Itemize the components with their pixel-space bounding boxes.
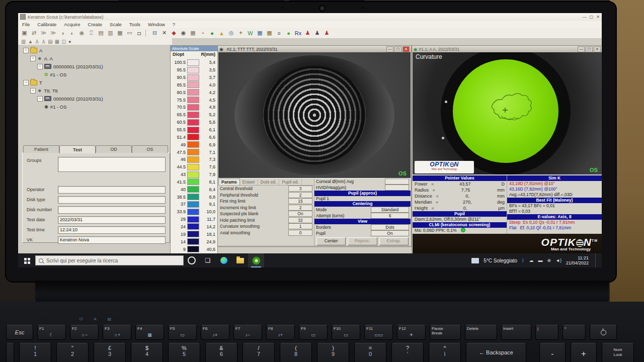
tree-item-ttt-ttt[interactable]: −☻Ttt. Ttt <box>20 86 168 95</box>
toolbar-icon-22[interactable]: ◎ <box>227 29 235 37</box>
start-button[interactable] <box>18 253 35 267</box>
close-button[interactable]: ✕ <box>596 15 600 19</box>
field-test-time[interactable]: 12:24:10 <box>58 226 166 234</box>
minimize-button[interactable]: — <box>386 46 393 52</box>
toolbar-icon-25[interactable]: ▦ <box>256 29 264 37</box>
toolbar-icon-6[interactable]: ◉ <box>77 29 86 37</box>
close-button[interactable]: ✕ <box>594 46 601 52</box>
show-desktop-button[interactable] <box>595 253 598 267</box>
edge-button[interactable] <box>216 253 232 267</box>
toolbar-icon-4[interactable]: ◑ <box>58 29 67 37</box>
toolbar-icon-8[interactable]: ▤ <box>97 29 105 37</box>
tree-expand-box[interactable]: − <box>23 48 29 53</box>
tab-os[interactable]: OS <box>132 145 168 153</box>
params-tab-eraser[interactable]: Eraser <box>240 179 258 185</box>
borders-value[interactable]: Dots <box>371 224 409 230</box>
param-value[interactable]: 32 <box>288 217 312 223</box>
toolbar-icon-0[interactable]: ▣ <box>20 29 29 37</box>
toolbar-icon-29[interactable]: Rx <box>294 29 302 37</box>
toolbar-icon-17[interactable]: ◉ <box>179 29 188 37</box>
pupil-view-value[interactable]: On <box>371 230 409 236</box>
menu-help[interactable]: ? <box>173 22 175 27</box>
toolbar-icon-10[interactable]: ▦ <box>116 29 124 37</box>
menu-scale[interactable]: Scale <box>110 22 122 27</box>
bluetooth-icon[interactable]: ᛒ <box>522 258 524 263</box>
field-disk-type[interactable] <box>58 196 166 204</box>
toolbar-icon-1[interactable]: ⇄ <box>30 29 38 37</box>
toolbar-icon-11[interactable]: ▭ <box>125 29 134 37</box>
menu-tools[interactable]: Tools <box>129 22 140 27</box>
toolbar-icon-3[interactable]: ≫ <box>49 29 57 37</box>
tree-item--1-os[interactable]: ✿#1 - OS <box>20 70 168 78</box>
secondary-toolbar-icon-3[interactable]: ♙ <box>41 39 46 44</box>
params-tab-dots-ed-[interactable]: Dots ed. <box>258 179 280 185</box>
map-window-title-bar[interactable]: ◉ #1.1; A A, 2022/03/31 — ▢ ✕ <box>412 46 602 52</box>
weather-text[interactable]: 5°C Soleggiato <box>484 258 517 263</box>
field-disk-number[interactable] <box>58 206 166 214</box>
maximize-button[interactable]: ▢ <box>590 15 594 19</box>
param-value[interactable]: 3 <box>288 186 312 192</box>
toolbar-icon-7[interactable]: ♖ <box>87 29 96 37</box>
keratron-app-button[interactable] <box>248 253 264 267</box>
tree-item-t[interactable]: −T <box>20 78 168 86</box>
close-button[interactable]: ✕ <box>403 46 410 52</box>
secondary-toolbar-icon-7[interactable]: ● <box>68 39 71 44</box>
tab-test[interactable]: Test <box>59 145 96 153</box>
secondary-toolbar-icon-4[interactable]: ▤ <box>48 39 52 44</box>
mode-value[interactable]: Standard <box>371 207 409 213</box>
toolbar-icon-27[interactable]: ¤ <box>275 29 283 37</box>
menu-acquire[interactable]: Acquire <box>64 22 80 27</box>
battery-icon[interactable]: ▬ <box>538 258 543 263</box>
taskbar-search-input[interactable]: Scrivi qui per eseguire la ricerca <box>35 255 184 265</box>
volume-icon[interactable]: ◄) <box>555 258 561 263</box>
tab-od[interactable]: OD <box>96 145 132 153</box>
field-test-date[interactable]: 2022/03/31 <box>58 216 166 224</box>
restore-button[interactable]: ▢ <box>394 46 401 52</box>
secondary-toolbar-icon-2[interactable]: ♙ <box>35 39 39 44</box>
toolbar-icon-23[interactable]: ✦ <box>236 29 245 37</box>
params-tab-pupil-ed-[interactable]: Pupil ed. <box>279 179 301 185</box>
minimize-button[interactable]: — <box>583 15 587 19</box>
toolbar-icon-31[interactable]: ♟ <box>313 29 321 37</box>
menu-calibrate[interactable]: Calibrate <box>37 22 56 27</box>
toolbar-icon-26[interactable]: ▦ <box>265 29 274 37</box>
toolbar-icon-19[interactable]: ◔ <box>198 29 207 37</box>
params-tab-params[interactable]: Params <box>218 178 240 185</box>
menu-window[interactable]: Window <box>148 22 165 27</box>
secondary-toolbar-icon-6[interactable]: ◫ <box>61 39 66 44</box>
toolbar-icon-16[interactable]: ◆ <box>170 29 178 37</box>
tree-expand-box[interactable]: − <box>30 88 36 94</box>
param-value[interactable]: On <box>288 211 312 217</box>
cortana-button[interactable] <box>184 253 200 267</box>
param-value[interactable]: 2 <box>288 192 312 198</box>
param-value[interactable]: 15 <box>288 198 312 204</box>
secondary-toolbar-icon-5[interactable]: ▦ <box>55 39 59 44</box>
toolbar-icon-21[interactable]: ▲ <box>217 29 226 37</box>
field-vk[interactable]: Keratron Nova <box>58 236 166 244</box>
restore-button[interactable]: ▢ <box>586 46 593 52</box>
param-value[interactable]: 2 <box>288 205 312 211</box>
toolbar-icon-15[interactable]: ✕ <box>160 29 169 37</box>
secondary-toolbar-icon-0[interactable]: ▥ <box>21 39 26 44</box>
file-explorer-button[interactable] <box>232 253 248 267</box>
field-operator[interactable] <box>58 186 166 194</box>
toolbar-icon-12[interactable]: ◘ <box>135 29 143 37</box>
extrap-button[interactable]: Extrap. <box>379 237 409 245</box>
toolbar-icon-30[interactable]: ♟ <box>303 29 312 37</box>
center-button[interactable]: Center <box>316 237 346 245</box>
tab-patient[interactable]: Patient <box>23 145 59 153</box>
toolbar-icon-14[interactable]: ⊟ <box>150 29 159 37</box>
toolbar-icon-28[interactable]: ● <box>284 29 293 37</box>
ring-window-title-bar[interactable]: ◉ #2.1; TTT TTT, 2022/03/31 — ▢ ✕ <box>218 46 411 52</box>
toolbar-icon-2[interactable]: ≫ <box>39 29 48 37</box>
minimize-button[interactable]: — <box>578 46 585 52</box>
tree-item-00000001-2022-03-31-[interactable]: −00000001 (2022/03/31) <box>20 62 168 70</box>
tree-expand-box[interactable]: − <box>37 64 43 69</box>
attempt-value[interactable]: 6 <box>371 213 409 219</box>
param-value[interactable]: 1 <box>288 223 312 229</box>
tree-item--1-os[interactable]: ◉#1 - OS <box>20 103 168 111</box>
task-view-button[interactable]: ❏ <box>200 253 216 267</box>
toolbar-icon-24[interactable]: W <box>246 29 255 37</box>
secondary-toolbar-icon-1[interactable]: ▲ <box>28 39 33 44</box>
network-icon[interactable]: ⊕ <box>547 258 551 263</box>
